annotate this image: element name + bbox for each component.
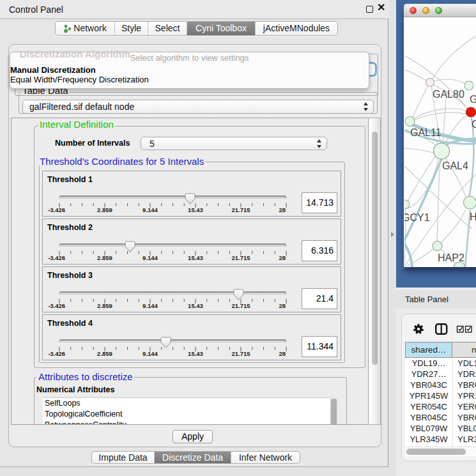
svg-text:GCY1: GCY1 bbox=[404, 212, 430, 223]
svg-text:HAP2: HAP2 bbox=[438, 252, 464, 263]
svg-text:GAL11: GAL11 bbox=[410, 127, 441, 138]
svg-text:H: H bbox=[470, 211, 476, 222]
svg-text:GAL4: GAL4 bbox=[442, 160, 468, 171]
svg-text:GAL80: GAL80 bbox=[433, 89, 464, 100]
svg-text:C: C bbox=[472, 119, 476, 130]
svg-text:G.: G. bbox=[470, 94, 476, 105]
